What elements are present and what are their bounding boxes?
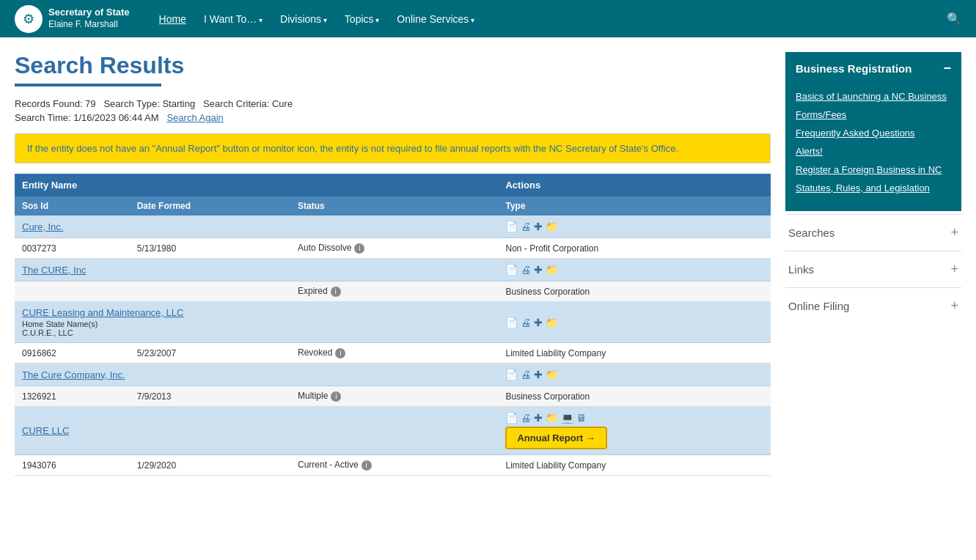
col-status: Status: [290, 196, 499, 215]
status-cell: Current - Activei: [290, 455, 499, 476]
search-again-link[interactable]: Search Again: [166, 112, 223, 123]
expand-icon: +: [950, 262, 958, 277]
table-row: The CURE, Inc📄🖨✚📁: [15, 259, 771, 281]
col-actions: Actions: [498, 174, 771, 196]
actions-cell: 📄🖨✚📁: [498, 302, 771, 343]
table-detail-row: 00372735/13/1980Auto DissolveiNon - Prof…: [15, 238, 771, 259]
sidebar-link[interactable]: Statutes, Rules, and Legislation: [796, 183, 951, 194]
sos-id-cell: 0037273: [15, 238, 130, 259]
logo[interactable]: ⚙ Secretary of State Elaine F. Marshall: [15, 5, 130, 33]
date-formed-cell: 7/9/2013: [130, 386, 290, 407]
sos-id-cell: [15, 281, 130, 302]
info-icon[interactable]: i: [354, 243, 364, 254]
action-icons: 📄🖨✚📁: [505, 264, 763, 276]
sos-id-cell: 1326921: [15, 386, 130, 407]
annual-report-button[interactable]: Annual Report →: [505, 427, 606, 449]
type-cell: Limited Liability Company: [498, 343, 771, 364]
sidebar-link[interactable]: Forms/Fees: [796, 109, 951, 120]
action-icon-item[interactable]: 🖨: [521, 317, 531, 328]
status-cell: Expiredi: [290, 281, 499, 302]
main-nav: Home I Want To… Divisions Topics Online …: [159, 12, 961, 26]
col-date-formed: Date Formed: [130, 196, 290, 215]
sidebar: Business Registration − Basics of Launch…: [785, 52, 961, 324]
action-icon-item[interactable]: 📁: [546, 221, 558, 232]
actions-cell: 📄🖨✚📁: [498, 364, 771, 386]
info-icon[interactable]: i: [362, 460, 372, 471]
action-icon-item[interactable]: ✚: [534, 412, 543, 424]
date-formed-cell: 1/29/2020: [130, 455, 290, 476]
action-icon-item[interactable]: 📁: [546, 264, 558, 276]
action-icon-item[interactable]: ✚: [534, 317, 543, 328]
action-icon-item[interactable]: 💻: [561, 412, 573, 424]
entity-name-link[interactable]: CURE Leasing and Maintenance, LLC: [22, 307, 183, 318]
page-title: Search Results: [15, 52, 771, 79]
sidebar-link[interactable]: Alerts!: [796, 146, 951, 157]
status-cell: Auto Dissolvei: [290, 238, 499, 259]
table-detail-row: 09168625/23/2007RevokediLimited Liabilit…: [15, 343, 771, 364]
date-formed-cell: [130, 281, 290, 302]
action-icon-item[interactable]: 📁: [546, 412, 558, 424]
nav-topics[interactable]: Topics: [345, 13, 379, 25]
action-icon-item[interactable]: 🖨: [521, 412, 531, 424]
collapsible-header[interactable]: Links +: [785, 262, 961, 277]
table-header-row1: Entity Name Actions: [15, 174, 771, 196]
actions-cell: 📄🖨✚📁: [498, 259, 771, 281]
business-registration-section: Business Registration − Basics of Launch…: [785, 52, 961, 211]
action-icon-item[interactable]: 🖥: [576, 412, 587, 424]
expand-icon: +: [950, 225, 958, 240]
logo-seal: ⚙: [15, 5, 43, 33]
col-sos-id: Sos Id: [15, 196, 130, 215]
action-icons: 📄🖨✚📁: [505, 317, 763, 328]
sidebar-link[interactable]: Register a Foreign Business in NC: [796, 164, 951, 175]
action-icon-item[interactable]: ✚: [534, 369, 543, 380]
sidebar-collapsible-section: Links +: [785, 251, 961, 287]
business-registration-header[interactable]: Business Registration −: [785, 52, 961, 85]
nav-divisions[interactable]: Divisions: [280, 13, 327, 25]
info-icon[interactable]: i: [331, 287, 341, 297]
action-icon-item[interactable]: ✚: [534, 221, 543, 232]
status-cell: Multiplei: [290, 386, 499, 407]
action-icon-item[interactable]: 📄: [505, 317, 518, 328]
action-icons: 📄🖨✚📁: [505, 221, 763, 232]
entity-sub-name: Home State Name(s)C.U.R.E., LLC: [22, 320, 491, 337]
main-container: Search Results Records Found: 79 Search …: [0, 37, 976, 490]
action-icon-item[interactable]: 🖨: [521, 221, 531, 232]
entity-name-link[interactable]: CURE LLC: [22, 425, 69, 436]
search-icon[interactable]: 🔍: [947, 12, 961, 26]
collapsible-label: Online Filing: [788, 300, 849, 312]
info-icon[interactable]: i: [331, 391, 341, 402]
action-icon-item[interactable]: ✚: [534, 264, 543, 276]
type-cell: Limited Liability Company: [498, 455, 771, 476]
action-icon-item[interactable]: 📁: [546, 317, 558, 328]
action-icon-item[interactable]: 📄: [505, 369, 518, 380]
nav-i-want-to[interactable]: I Want To…: [204, 13, 263, 25]
entity-name-link[interactable]: The Cure Company, Inc.: [22, 369, 125, 380]
action-icon-item[interactable]: 🖨: [521, 369, 531, 380]
collapse-icon: −: [943, 61, 951, 76]
action-icon-item[interactable]: 📄: [505, 221, 518, 232]
sidebar-collapsible-section: Searches +: [785, 214, 961, 251]
action-icon-item[interactable]: 📁: [546, 369, 558, 380]
logo-text: Secretary of State Elaine F. Marshall: [48, 7, 130, 30]
sidebar-link[interactable]: Basics of Launching a NC Business: [796, 91, 951, 102]
action-icon-item[interactable]: 📄: [505, 264, 518, 276]
table-row: CURE LLC📄🖨✚📁💻🖥Annual Report →: [15, 407, 771, 455]
table-detail-row: 13269217/9/2013MultipleiBusiness Corpora…: [15, 386, 771, 407]
sidebar-link[interactable]: Frequently Asked Questions: [796, 128, 951, 139]
entity-name-link[interactable]: Cure, Inc.: [22, 221, 63, 232]
col-type: Type: [498, 196, 771, 215]
info-icon[interactable]: i: [335, 348, 345, 358]
action-icon-item[interactable]: 📄: [505, 412, 518, 424]
collapsible-header[interactable]: Searches +: [785, 225, 961, 240]
type-cell: Business Corporation: [498, 281, 771, 302]
action-icon-item[interactable]: 🖨: [521, 264, 531, 276]
sos-id-cell: 1943076: [15, 455, 130, 476]
nav-online-services[interactable]: Online Services: [397, 13, 474, 25]
business-registration-title: Business Registration: [796, 62, 911, 75]
collapsible-header[interactable]: Online Filing +: [785, 298, 961, 314]
collapsible-label: Links: [788, 263, 814, 276]
entity-name-link[interactable]: The CURE, Inc: [22, 265, 86, 276]
actions-cell: 📄🖨✚📁💻🖥Annual Report →: [498, 407, 771, 455]
nav-home[interactable]: Home: [159, 13, 186, 25]
business-registration-links: Basics of Launching a NC BusinessForms/F…: [785, 85, 961, 211]
